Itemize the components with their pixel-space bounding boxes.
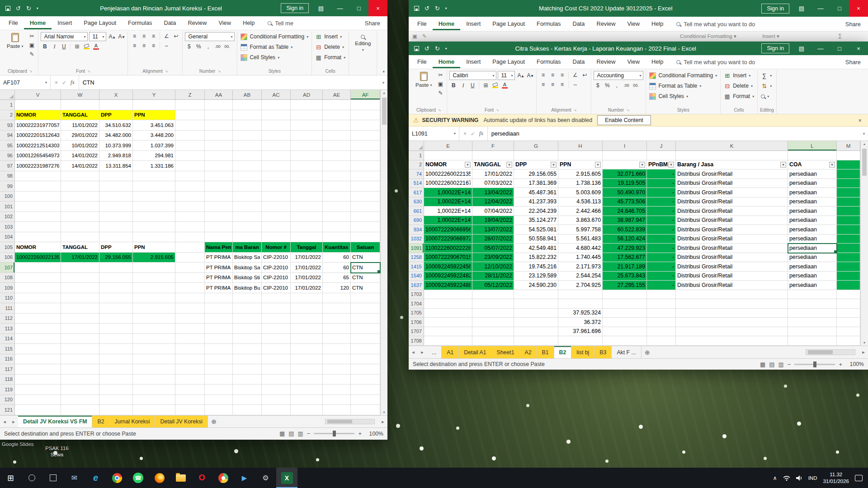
rw-ribbon-tab-insert[interactable]: Insert — [460, 56, 486, 68]
rw-cell-F1[interactable] — [472, 151, 514, 160]
rw-cell-J1540[interactable]: - — [647, 272, 676, 281]
rw-cell-G1[interactable] — [514, 151, 558, 160]
lw-cell-AF94[interactable] — [351, 131, 380, 141]
rw-cell-G74[interactable]: 29.156.055 — [514, 169, 558, 179]
rw-cell-L661[interactable]: persediaan — [788, 206, 837, 216]
lw-cell-X100[interactable] — [99, 192, 133, 202]
lw-close-button[interactable]: × — [368, 0, 387, 16]
rw-cell-E661[interactable]: 1,00022E+14 — [424, 206, 472, 216]
lw-cell-Y117[interactable] — [133, 364, 175, 375]
lw-cell-AC113[interactable] — [262, 324, 291, 334]
lw-cell-AB119[interactable] — [233, 385, 262, 395]
rw-cell-E1[interactable] — [424, 151, 472, 160]
lw-conditional-formatting-button[interactable]: Conditional Formatting▾ — [240, 32, 309, 41]
rw-cell-M74[interactable] — [837, 169, 860, 179]
lw-cell-AD1[interactable] — [291, 100, 323, 110]
rw-cell-F1703[interactable] — [472, 290, 514, 300]
rw-cell-F1540[interactable]: 28/11/2022 — [472, 272, 514, 281]
rw-cell-I1091[interactable]: 47.229.923 — [603, 244, 647, 253]
rw-cell-G690[interactable]: 35.124.277 — [514, 216, 558, 225]
rw-cancel-icon[interactable]: × — [463, 131, 467, 137]
lw-cell-Z94[interactable] — [175, 131, 205, 141]
rw-column-header-K[interactable]: K — [676, 141, 788, 150]
lw-cell-V118[interactable] — [15, 375, 61, 385]
rw-cell-H1258[interactable]: 1.740.445 — [558, 253, 603, 263]
bw-title-bar[interactable]: ↺ ↻ ▾ Matching Cost CSI 2022 Update 3012… — [409, 0, 868, 17]
rw-align-left-button[interactable]: ≡ — [539, 80, 547, 89]
taskbar-search-icon[interactable] — [21, 468, 42, 488]
lw-cell-AB108[interactable]: Biskitop Sti — [233, 273, 262, 283]
rw-sheet-nav-right-icon[interactable]: ▸ — [418, 346, 427, 358]
lw-page-layout-view-icon[interactable]: ▤ — [288, 430, 294, 437]
lw-save-icon[interactable] — [5, 6, 10, 11]
rw-new-sheet-button[interactable]: ⊕ — [642, 346, 653, 358]
lw-cell-AD103[interactable] — [291, 222, 323, 232]
lw-cell-W119[interactable] — [61, 385, 99, 395]
lw-cell-X115[interactable] — [99, 344, 133, 354]
rw-cell-I2[interactable]: ▾ — [603, 160, 647, 170]
rw-row-header-1707[interactable]: 1707 — [409, 327, 424, 337]
lw-cell-AD102[interactable] — [291, 212, 323, 222]
lw-row-header-109[interactable]: 109 — [0, 283, 15, 293]
bw-maximize-button[interactable]: □ — [830, 0, 849, 17]
rw-cell-K514[interactable]: Distribusi Grosir/Retail — [676, 179, 788, 188]
rw-cell-L1258[interactable]: persediaan — [788, 253, 837, 263]
rw-cell-I1[interactable] — [603, 151, 647, 160]
lw-cell-AB107[interactable]: Biskitop Sa — [233, 263, 262, 273]
rw-cut-button[interactable]: ✂ — [436, 71, 444, 79]
lw-cell-AF103[interactable] — [351, 222, 380, 232]
lw-cell-AF99[interactable] — [351, 181, 380, 192]
rw-cell-M1258[interactable] — [837, 253, 860, 263]
lw-cell-V113[interactable] — [15, 324, 61, 334]
lw-copy-button[interactable]: ▣ — [28, 41, 36, 49]
lw-cell-Z1[interactable] — [175, 100, 205, 110]
lw-cell-X102[interactable] — [99, 212, 133, 222]
rw-cell-L934[interactable]: persediaan — [788, 225, 837, 235]
rw-cell-K690[interactable]: Distribusi Grosir/Retail — [676, 216, 788, 225]
lw-share-button[interactable]: Share — [365, 20, 380, 27]
lw-cell-AF107[interactable]: CTN — [351, 263, 380, 273]
lw-enter-icon[interactable]: ✓ — [62, 80, 66, 86]
rw-ribbon-display-options-button[interactable]: ▤ — [792, 42, 811, 55]
lw-cell-V96[interactable]: 100012265454973 — [15, 151, 61, 161]
lw-cell-AE2[interactable] — [323, 110, 351, 121]
desktop-icon-google-slides[interactable]: Google Slides — [2, 441, 33, 447]
lw-cell-AD99[interactable] — [291, 181, 323, 192]
rw-ribbon-tab-data[interactable]: Data — [566, 56, 590, 68]
lw-cell-AC103[interactable] — [262, 222, 291, 232]
lw-accounting-format-button[interactable]: $ — [185, 42, 193, 51]
lw-cell-AA102[interactable] — [205, 212, 233, 222]
lw-cell-Z116[interactable] — [175, 354, 205, 365]
lw-cell-AF119[interactable] — [351, 385, 380, 395]
rw-cell-H934[interactable]: 5.997.758 — [558, 225, 603, 235]
rw-redo-icon[interactable]: ↻ — [435, 45, 440, 52]
rw-formula-expand-icon[interactable]: ▾ — [860, 127, 868, 141]
rw-zoom-level[interactable]: 100% — [846, 361, 864, 367]
lw-cell-AA100[interactable] — [205, 192, 233, 202]
lw-cell-W106[interactable]: 17/01/2022 — [61, 253, 99, 263]
taskbar-task-view-icon[interactable] — [42, 468, 64, 488]
lw-cell-V110[interactable] — [15, 293, 61, 304]
lw-cell-W108[interactable] — [61, 273, 99, 283]
lw-cell-V114[interactable] — [15, 334, 61, 344]
lw-column-header-AF[interactable]: AF — [351, 90, 380, 99]
lw-cell-Z120[interactable] — [175, 395, 205, 405]
lw-new-sheet-button[interactable]: ⊕ — [208, 416, 220, 427]
lw-cell-W120[interactable] — [61, 395, 99, 405]
lw-cell-AA1[interactable] — [205, 100, 233, 110]
rw-cell-E1707[interactable] — [424, 327, 472, 337]
rw-ribbon-tab-help[interactable]: Help — [646, 56, 669, 68]
lw-cell-Y114[interactable] — [133, 334, 175, 344]
rw-font-name-select[interactable]: Calibri▾ — [449, 71, 496, 80]
lw-cell-X117[interactable] — [99, 364, 133, 375]
lw-row-header-111[interactable]: 111 — [0, 303, 15, 314]
rw-format-painter-button[interactable]: ✎ — [436, 89, 444, 97]
rw-zoom-out-button[interactable]: − — [788, 361, 791, 368]
rw-cell-F1637[interactable]: 05/12/2022 — [472, 281, 514, 290]
lw-column-header-Z[interactable]: Z — [175, 90, 205, 99]
lw-cell-Z113[interactable] — [175, 324, 205, 334]
lw-cell-Z108[interactable] — [175, 273, 205, 283]
rw-cell-I1703[interactable] — [603, 290, 647, 300]
lw-cell-AD95[interactable] — [291, 141, 323, 151]
lw-row-header-95[interactable]: 95 — [0, 141, 15, 151]
